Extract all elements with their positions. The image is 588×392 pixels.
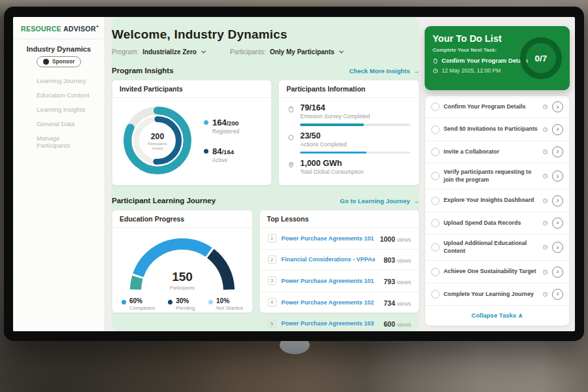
monitor-bezel: RESOURCEADVISOR+ Industry Dynamics Spons… [4, 7, 584, 341]
todo-datetime-label: 12 May 2025, 12:00 PM [442, 67, 500, 74]
legend-not-started: 10% Not Started [208, 297, 242, 311]
main-content: Welcome, Industry Dynamics Program: Indu… [112, 17, 419, 331]
sidebar-item-general-data[interactable]: General Data [17, 117, 101, 131]
lesson-row-2[interactable]: 2 Financial Considerations - VPPAs 803vi… [260, 250, 419, 271]
stat-total-consumption: 1,000 GWh Total Global Consumption [279, 154, 419, 175]
task-checkbox[interactable] [431, 103, 440, 111]
task-checkbox[interactable] [431, 172, 440, 180]
stat-label: Emission Survey Completed [300, 113, 410, 120]
clock-icon [542, 104, 548, 110]
brand-primary: RESOURCE [21, 25, 61, 33]
todo-task-row-4[interactable]: Verify participants requesting to join t… [425, 163, 569, 189]
todo-task-row-1[interactable]: Confirm Your Program Details › [425, 96, 569, 118]
task-open-button[interactable]: › [552, 146, 563, 157]
task-label: Complete Your Learning Journey [444, 291, 538, 298]
lesson-link[interactable]: Power Purchase Agreements 102 [282, 299, 379, 306]
lesson-link[interactable]: Power Purchase Agreements 103 [282, 320, 379, 327]
task-label: Verify participants requesting to join t… [444, 169, 538, 184]
clock-icon [542, 220, 548, 226]
task-open-button[interactable]: › [552, 242, 563, 253]
sponsor-icon [43, 59, 49, 65]
clock-icon [542, 244, 548, 250]
task-open-button[interactable]: › [552, 101, 563, 112]
lesson-row-3[interactable]: 3 Power Purchase Agreements 101 793views [260, 270, 419, 292]
check-more-insights-link[interactable]: Check More Insights → [350, 67, 419, 74]
legend-dot [204, 149, 208, 154]
task-open-button[interactable]: › [552, 267, 563, 278]
sidebar-item-manage-participants[interactable]: Manage Participants [17, 131, 101, 153]
legend-value: 10% [216, 297, 242, 304]
lesson-rank: 2 [268, 255, 276, 264]
participants-filter-value: Only My Participants [270, 48, 335, 56]
program-filter[interactable]: Program: Industrialize Zero [112, 48, 206, 56]
legend-completed: 60% Completed [122, 297, 155, 311]
clock-icon [542, 127, 548, 133]
clipboard-icon [433, 58, 438, 64]
collapse-tasks-link[interactable]: Collapse Tasks ∧ [425, 306, 569, 325]
task-label: Confirm Your Program Details [444, 103, 538, 110]
lesson-views: 1000 [380, 235, 395, 243]
todo-task-row-7[interactable]: Upload Additional Educational Content › [425, 235, 569, 261]
participants-filter[interactable]: Participants: Only My Participants [230, 48, 344, 56]
lesson-row-4[interactable]: 4 Power Purchase Agreements 102 734views [260, 292, 419, 314]
todo-task-row-3[interactable]: Invite a Collaborator › [425, 141, 569, 163]
task-checkbox[interactable] [431, 243, 440, 252]
lesson-link[interactable]: Power Purchase Agreements 101 [282, 278, 379, 284]
task-open-button[interactable]: › [552, 195, 563, 206]
task-checkbox[interactable] [431, 148, 440, 156]
task-checkbox[interactable] [431, 219, 440, 227]
sponsor-badge[interactable]: Sponsor [37, 56, 81, 67]
lesson-rank: 5 [268, 319, 276, 328]
lesson-views: 734 [384, 299, 395, 307]
lesson-row-1[interactable]: 1 Power Purchase Agreements 101 1000view… [260, 228, 419, 250]
donut-legend: 164/200 Registered 84/164 Active [204, 118, 239, 163]
progress-bar [300, 152, 410, 154]
program-insights-cards: Invited Participants 200 Participants In… [112, 80, 419, 186]
sidebar-item-learning-insights[interactable]: Learning Insights [17, 103, 101, 117]
views-label: views [397, 279, 411, 286]
legend-denominator: /200 [227, 120, 239, 127]
gauge-center-label: Participants [170, 285, 195, 291]
todo-tasks-card: Confirm Your Program Details › Send 50 I… [425, 95, 570, 326]
gauge-legend: 60% Completed 30% Pending [112, 296, 252, 311]
task-open-button[interactable]: › [552, 289, 563, 300]
todo-task-row-8[interactable]: Achieve One Sustainability Target › [425, 261, 569, 283]
todo-task-row-6[interactable]: Upload Spend Data Records › [425, 212, 569, 235]
task-open-button[interactable]: › [552, 218, 563, 229]
todo-task-row-2[interactable]: Send 50 Invitations to Participants › [425, 118, 569, 140]
stat-actions-completed: 23/50 Actions Completed [279, 126, 419, 154]
donut-center-value: 200 [151, 132, 165, 141]
todo-task-row-9[interactable]: Complete Your Learning Journey › [425, 284, 569, 306]
legend-value: 164 [212, 118, 227, 127]
sidebar-item-education-content[interactable]: Education Content [17, 88, 101, 103]
legend-registered: 164/200 Registered [204, 118, 239, 135]
lesson-link[interactable]: Financial Considerations - VPPAs [282, 256, 379, 263]
invited-participants-donut: 200 Participants Invited [118, 101, 197, 180]
sidebar-item-label: General Data [37, 120, 74, 127]
legend-dot [204, 120, 208, 125]
task-open-button[interactable]: › [552, 124, 563, 135]
task-checkbox[interactable] [431, 268, 440, 276]
stat-value: 23/50 [300, 131, 410, 140]
top-lessons-card: Top Lessons 1 Power Purchase Agreements … [259, 210, 419, 313]
task-open-button[interactable]: › [552, 171, 563, 182]
clock-icon [433, 68, 438, 74]
lesson-row-5[interactable]: 5 Power Purchase Agreements 103 600views [260, 313, 419, 331]
lesson-rank: 1 [268, 234, 276, 242]
learning-journey-cards: Education Progress 150 Participants [112, 210, 419, 313]
task-checkbox[interactable] [431, 197, 440, 205]
stat-bar-fill-1 [300, 152, 366, 154]
chevron-down-icon [338, 49, 344, 55]
stat-emission-survey: 79/164 Emission Survey Completed [279, 98, 419, 126]
sidebar-item-learning-journey[interactable]: Learning Journey [17, 74, 101, 88]
task-checkbox[interactable] [431, 290, 440, 299]
legend-value: 60% [129, 297, 155, 304]
todo-task-row-5[interactable]: Explore Your Insights Dashboard › [425, 189, 569, 212]
brand-logo: RESOURCEADVISOR+ [13, 17, 105, 39]
views-label: views [397, 321, 411, 328]
todo-summary-card: Your To Do List Complete Your Next Task:… [425, 26, 570, 90]
task-checkbox[interactable] [431, 125, 440, 134]
card-title: Participants Information [279, 80, 419, 98]
lesson-link[interactable]: Power Purchase Agreements 101 [282, 235, 375, 242]
go-to-learning-journey-link[interactable]: Go to Learning Journey → [340, 197, 419, 204]
